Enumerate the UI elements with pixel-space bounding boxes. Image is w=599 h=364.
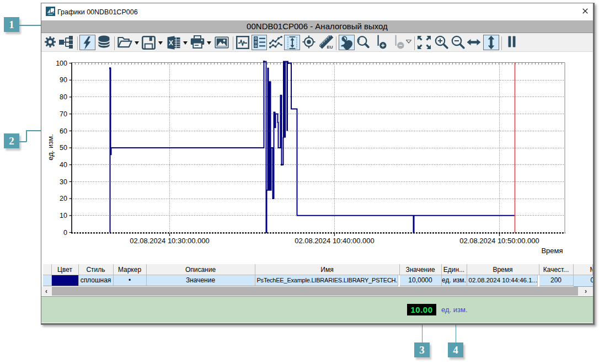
svg-text:100: 100: [56, 59, 67, 67]
svg-text:40: 40: [60, 160, 67, 168]
svg-text:90: 90: [60, 76, 67, 84]
svg-text:X: X: [168, 39, 173, 46]
svg-text:ед. изм.: ед. изм.: [46, 134, 55, 160]
svg-text:70: 70: [60, 110, 67, 117]
svg-text:0: 0: [63, 228, 67, 236]
svg-text:30: 30: [60, 178, 67, 185]
svg-text:EU: EU: [327, 45, 333, 49]
svg-text:80: 80: [60, 93, 67, 101]
svg-text:60: 60: [60, 127, 67, 135]
svg-text:Время: Время: [541, 247, 563, 255]
svg-text:02.08.2024 10:30:00.000: 02.08.2024 10:30:00.000: [130, 237, 210, 245]
svg-text:02.08.2024 10:40:00.000: 02.08.2024 10:40:00.000: [295, 237, 375, 245]
svg-text:10: 10: [60, 212, 67, 220]
svg-text:50: 50: [60, 144, 67, 152]
svg-text:20: 20: [60, 195, 67, 202]
svg-text:02.08.2024 10:50:00.000: 02.08.2024 10:50:00.000: [459, 237, 539, 245]
